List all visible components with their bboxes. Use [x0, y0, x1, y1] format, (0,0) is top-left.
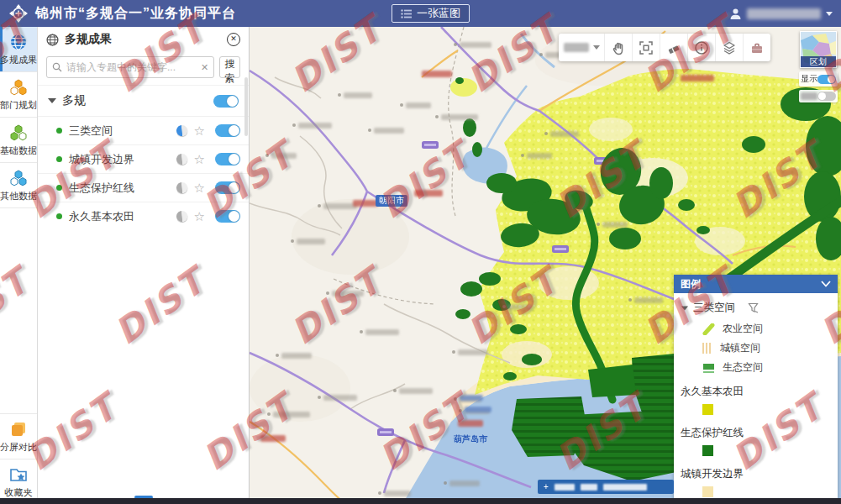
- favorite-star-icon[interactable]: ☆: [194, 181, 205, 194]
- town-label-blurred: [323, 203, 357, 209]
- attribution-plus: +: [544, 482, 549, 491]
- town-label-blurred: [550, 131, 579, 137]
- legend-group-row[interactable]: 三类空间: [681, 298, 831, 319]
- sidebar-item-multiplan-results[interactable]: 多规成果: [0, 27, 37, 72]
- legend-header[interactable]: 图例: [674, 275, 838, 293]
- layer-toggle[interactable]: [215, 210, 240, 223]
- sidebar-item-label: 收藏夹: [5, 486, 33, 499]
- globe-icon: [46, 34, 59, 46]
- layer-label: 三类空间: [69, 123, 170, 139]
- toolbox-button[interactable]: [743, 34, 770, 61]
- sidebar-item-split-compare[interactable]: 分屏对比: [0, 413, 37, 459]
- town-dot: [459, 409, 462, 412]
- layer-label: 生态保护红线: [69, 181, 170, 196]
- basemap-switcher: 区划 显示: [799, 31, 838, 102]
- search-input[interactable]: [66, 61, 197, 73]
- layer-panel: 多规成果 ✕ ✕ 搜索 多规 三类空间 ☆: [38, 27, 250, 504]
- town-label-blurred: [449, 480, 480, 486]
- town-label-blurred: [508, 304, 532, 310]
- blueprint-button[interactable]: 一张蓝图: [392, 4, 470, 23]
- toolbox-briefcase-icon: [749, 40, 765, 55]
- group-toggle[interactable]: [213, 95, 239, 108]
- layer-row-yongjiu-farmland[interactable]: 永久基本农田 ☆: [38, 202, 249, 230]
- sidebar-item-favorites[interactable]: 收藏夹: [0, 459, 37, 504]
- second-toggle[interactable]: [817, 92, 836, 101]
- show-toggle[interactable]: [817, 75, 836, 84]
- town-dot: [400, 103, 403, 107]
- panel-scrollbar[interactable]: [244, 77, 248, 136]
- sidebar-item-label: 基础数据: [0, 144, 37, 157]
- chevron-down-icon: [593, 45, 600, 50]
- town-dot: [267, 412, 271, 416]
- town-label-blurred: [527, 153, 552, 159]
- search-box: ✕: [46, 56, 214, 78]
- favorite-star-icon[interactable]: ☆: [194, 210, 205, 223]
- info-icon: [694, 40, 709, 55]
- search-button[interactable]: 搜索: [219, 56, 240, 78]
- chevron-down-icon: [826, 12, 833, 16]
- collapse-chevron-icon[interactable]: [821, 281, 831, 287]
- layer-panel-header: 多规成果 ✕: [38, 27, 249, 52]
- town-label-blurred: [323, 395, 357, 401]
- show-label: 显示: [801, 73, 817, 85]
- basemap-dropdown[interactable]: [559, 34, 604, 61]
- application-window: 锦州市“多规合一”业务协同平台 一张蓝图 多规: [0, 0, 841, 504]
- red-label-blurred: [414, 190, 443, 197]
- split-compare-icon: [9, 420, 28, 438]
- hand-pan-icon: [611, 40, 626, 55]
- layer-row-shengtai-redline[interactable]: 生态保护红线 ☆: [38, 173, 249, 202]
- layer-group-row[interactable]: 多规: [38, 85, 249, 116]
- top-header-bar: 锦州市“多规合一”业务协同平台 一张蓝图: [0, 0, 841, 27]
- user-menu[interactable]: [729, 0, 833, 27]
- layer-toggle[interactable]: [215, 181, 240, 194]
- sidebar-item-other-data[interactable]: 其他数据: [0, 163, 37, 208]
- legend-item-ecology: 生态空间: [681, 358, 831, 377]
- opacity-icon[interactable]: [175, 153, 188, 166]
- map-viewport[interactable]: 朝阳市 葫芦岛市: [250, 27, 841, 504]
- opacity-icon[interactable]: [175, 210, 188, 223]
- layers-button[interactable]: [715, 34, 743, 61]
- erase-button[interactable]: [660, 34, 687, 61]
- layers-icon: [722, 40, 737, 55]
- urban-swatch: [702, 343, 712, 354]
- favorites-folder-icon: [9, 465, 28, 484]
- town-label-blurred: [634, 297, 663, 303]
- town-dot: [368, 129, 371, 132]
- layer-toggle[interactable]: [215, 153, 240, 165]
- sidebar-item-department-planning[interactable]: 部门规划: [0, 72, 37, 118]
- sidebar-item-label: 部门规划: [0, 99, 37, 112]
- town-dot: [276, 354, 279, 357]
- legend-item-agriculture: 农业空间: [681, 319, 831, 339]
- full-extent-button[interactable]: [632, 34, 660, 61]
- platform-logo-icon: [8, 3, 29, 24]
- eraser-icon: [666, 40, 681, 55]
- town-dot: [326, 291, 329, 295]
- town-label-blurred: [344, 92, 372, 98]
- cubes-icon: [9, 78, 28, 97]
- boundary-swatch: [702, 486, 713, 497]
- layer-toggle[interactable]: [215, 124, 240, 137]
- favorite-star-icon[interactable]: ☆: [194, 153, 205, 165]
- sidebar-item-basic-data[interactable]: 基础数据: [0, 118, 37, 163]
- favorite-star-icon[interactable]: ☆: [194, 124, 205, 137]
- red-label-blurred: [681, 75, 714, 81]
- opacity-icon[interactable]: [175, 124, 188, 138]
- cubes-icon: [9, 169, 28, 187]
- town-dot: [502, 305, 506, 308]
- info-button[interactable]: [687, 34, 715, 61]
- town-dot: [360, 330, 363, 333]
- basemap-thumbnail[interactable]: 区划: [800, 31, 837, 68]
- map-city-label: 葫芦岛市: [454, 433, 487, 445]
- town-label-blurred: [441, 114, 478, 120]
- map-city-label: 朝阳市: [376, 195, 407, 207]
- clear-search-icon[interactable]: ✕: [201, 62, 208, 73]
- layer-status-dot: [56, 213, 62, 219]
- opacity-icon[interactable]: [175, 181, 188, 195]
- filter-funnel-icon[interactable]: [748, 302, 759, 313]
- pan-tool-button[interactable]: [604, 34, 632, 61]
- close-icon[interactable]: ✕: [227, 33, 240, 46]
- layer-status-dot: [56, 156, 62, 162]
- layer-row-sanlei[interactable]: 三类空间 ☆: [38, 116, 249, 144]
- layer-row-chengzhen-boundary[interactable]: 城镇开发边界 ☆: [38, 144, 249, 173]
- town-dot: [378, 491, 381, 495]
